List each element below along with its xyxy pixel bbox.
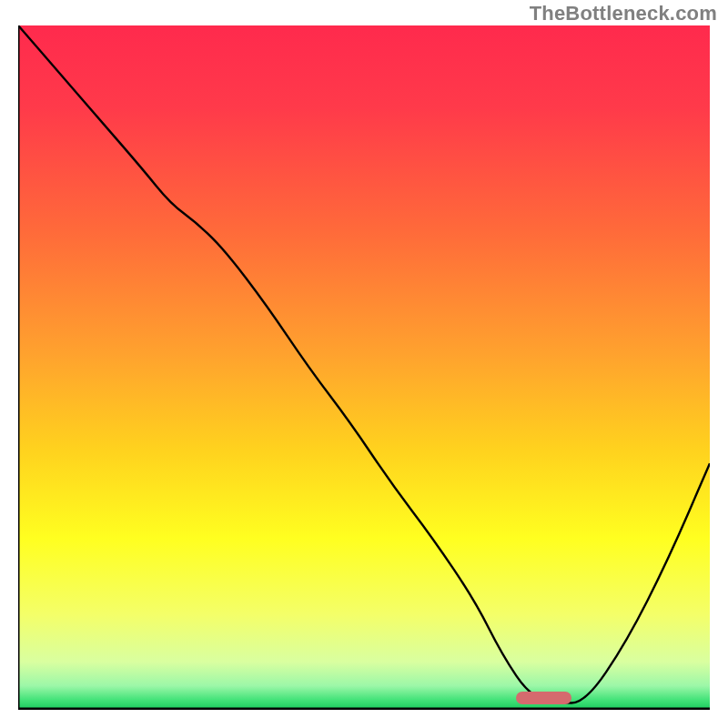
background-gradient <box>18 25 710 710</box>
watermark-text: TheBottleneck.com <box>530 2 717 25</box>
optimal-range-marker <box>516 692 571 704</box>
chart-container: TheBottleneck.com <box>0 0 728 728</box>
svg-rect-0 <box>18 25 710 710</box>
plot-area <box>18 25 710 710</box>
